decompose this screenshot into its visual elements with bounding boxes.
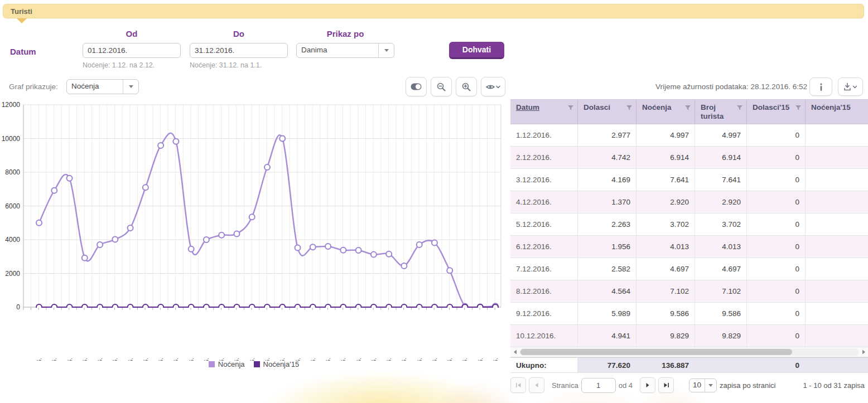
date-from-input[interactable] <box>83 43 181 57</box>
table-row[interactable]: 4.12.2016.1.3702.9202.9200 <box>510 191 868 213</box>
data-point-marker[interactable] <box>36 304 42 310</box>
tab-turisti[interactable]: Turisti <box>3 4 864 18</box>
data-point-marker[interactable] <box>356 304 361 310</box>
first-page-button[interactable] <box>510 377 526 393</box>
data-point-marker[interactable] <box>219 232 224 238</box>
scroll-right-arrow[interactable] <box>859 348 868 356</box>
data-point-marker[interactable] <box>143 304 148 310</box>
next-page-button[interactable] <box>640 377 655 393</box>
column-header-nocenja15[interactable]: Noćenja'15 <box>806 99 868 124</box>
table-row[interactable]: 3.12.2016.4.1697.6417.6410 <box>510 169 868 191</box>
filter-icon[interactable] <box>626 104 633 111</box>
data-point-marker[interactable] <box>401 304 407 310</box>
series-nocenja-15[interactable] <box>36 304 498 310</box>
column-header-dolasci15[interactable]: Dolasci'15 <box>747 99 806 124</box>
data-point-marker[interactable] <box>371 252 377 258</box>
data-point-marker[interactable] <box>340 247 346 253</box>
column-header-broj-turista[interactable]: Broj turista <box>695 99 747 124</box>
table-row[interactable]: 6.12.2016.1.9564.0134.0130 <box>510 236 868 258</box>
series-nocenja[interactable] <box>36 133 498 310</box>
data-point-marker[interactable] <box>97 242 103 247</box>
data-point-marker[interactable] <box>371 304 377 310</box>
data-point-marker[interactable] <box>82 304 88 310</box>
export-download-button[interactable] <box>838 77 863 96</box>
data-point-marker[interactable] <box>310 244 316 250</box>
data-point-marker[interactable] <box>219 304 224 310</box>
data-point-marker[interactable] <box>234 304 239 310</box>
data-point-marker[interactable] <box>279 304 285 310</box>
data-point-marker[interactable] <box>82 255 88 261</box>
data-point-marker[interactable] <box>51 188 57 193</box>
data-point-marker[interactable] <box>128 225 133 231</box>
legend-item-nocenja-15[interactable]: Noćenja'15 <box>254 360 300 368</box>
previous-page-button[interactable] <box>529 377 544 393</box>
data-point-marker[interactable] <box>325 304 331 310</box>
dohvati-button[interactable]: Dohvati <box>449 42 504 59</box>
zoom-in-button[interactable] <box>456 77 477 96</box>
dropdown-button[interactable] <box>123 80 138 94</box>
data-point-marker[interactable] <box>173 304 179 310</box>
data-point-marker[interactable] <box>204 304 209 310</box>
data-point-marker[interactable] <box>478 304 483 310</box>
filter-icon[interactable] <box>684 104 691 111</box>
data-point-marker[interactable] <box>204 237 209 242</box>
table-row[interactable]: 1.12.2016.2.9774.9974.9970 <box>510 124 868 147</box>
data-point-marker[interactable] <box>447 304 452 310</box>
data-point-marker[interactable] <box>310 304 316 310</box>
scrollbar-track[interactable] <box>519 348 859 356</box>
date-to-input[interactable] <box>190 43 288 57</box>
page-size-select[interactable]: 10 <box>689 378 717 392</box>
data-point-marker[interactable] <box>417 304 422 310</box>
page-number-input[interactable] <box>581 378 616 393</box>
data-point-marker[interactable] <box>417 242 422 247</box>
data-point-marker[interactable] <box>112 237 118 242</box>
scrollbar-thumb[interactable] <box>520 349 792 355</box>
data-point-marker[interactable] <box>325 244 331 249</box>
last-page-button[interactable] <box>658 377 674 393</box>
data-point-marker[interactable] <box>295 304 301 310</box>
dropdown-button[interactable] <box>705 379 716 392</box>
table-row[interactable]: 8.12.2016.4.5647.1027.1020 <box>510 280 868 303</box>
data-point-marker[interactable] <box>295 245 301 251</box>
data-point-marker[interactable] <box>462 304 467 310</box>
column-header-dolasci[interactable]: Dolasci <box>578 99 636 124</box>
data-point-marker[interactable] <box>36 220 42 226</box>
data-point-marker[interactable] <box>128 304 133 310</box>
data-point-marker[interactable] <box>386 251 392 257</box>
data-point-marker[interactable] <box>67 176 73 181</box>
prikaz-po-select[interactable]: Danima <box>296 43 394 58</box>
nocenja-line-chart[interactable]: 0200040006000800010000120001.12.2016.2.1… <box>0 101 508 361</box>
table-row[interactable]: 2.12.2016.4.7426.9146.9140 <box>510 147 868 169</box>
data-point-marker[interactable] <box>67 304 73 310</box>
data-point-marker[interactable] <box>173 139 179 144</box>
info-button[interactable] <box>809 77 832 96</box>
visibility-dropdown-button[interactable] <box>481 77 505 96</box>
data-point-marker[interactable] <box>386 304 392 310</box>
data-point-marker[interactable] <box>356 247 361 253</box>
data-point-marker[interactable] <box>279 136 285 142</box>
column-header-datum[interactable]: Datum <box>510 99 578 124</box>
data-point-marker[interactable] <box>143 184 148 190</box>
data-point-marker[interactable] <box>401 263 407 269</box>
data-point-marker[interactable] <box>158 304 163 310</box>
graf-prikazuje-select[interactable]: Noćenja <box>66 79 139 94</box>
data-point-marker[interactable] <box>189 304 194 310</box>
data-point-marker[interactable] <box>249 304 255 310</box>
dropdown-button[interactable] <box>378 43 394 57</box>
data-point-marker[interactable] <box>234 231 239 236</box>
data-point-marker[interactable] <box>432 240 437 245</box>
data-point-marker[interactable] <box>249 214 255 220</box>
data-point-marker[interactable] <box>158 143 163 148</box>
table-row[interactable]: 5.12.2016.2.2633.7023.7020 <box>510 213 868 236</box>
data-point-marker[interactable] <box>264 304 270 310</box>
data-point-marker[interactable] <box>447 268 452 273</box>
table-row[interactable]: 9.12.2016.5.9899.5869.5860 <box>510 303 868 325</box>
filter-icon[interactable] <box>795 104 802 111</box>
data-point-marker[interactable] <box>51 304 57 310</box>
legend-item-nocenja[interactable]: Noćenja <box>209 360 245 368</box>
toggle-series-button[interactable] <box>406 77 427 96</box>
table-row[interactable]: 7.12.2016.2.5824.6974.6970 <box>510 258 868 280</box>
data-point-marker[interactable] <box>493 304 498 310</box>
table-row[interactable]: 10.12.2016.4.9419.8299.8290 <box>510 325 868 347</box>
zoom-out-button[interactable] <box>431 77 452 96</box>
